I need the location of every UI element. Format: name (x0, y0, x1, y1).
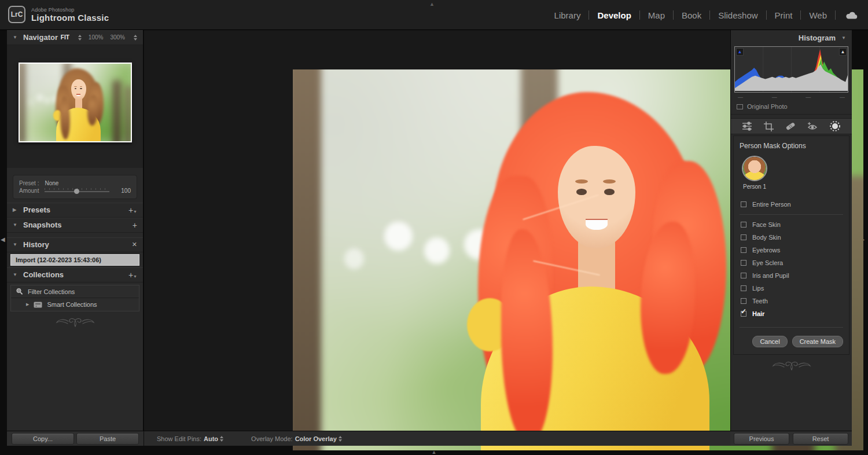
module-picker: Library Develop Map Book Slideshow Print… (546, 0, 836, 30)
paste-button[interactable]: Paste (76, 433, 139, 445)
lrc-logo: LrC (8, 6, 25, 23)
option-teeth[interactable]: ✓ Teeth (740, 295, 843, 307)
histogram-header[interactable]: Histogram ▼ (731, 30, 852, 45)
disclosure-down-icon[interactable]: ▼ (13, 35, 19, 40)
add-snapshot-button[interactable]: + (133, 221, 137, 230)
checkbox[interactable]: ✓ (741, 273, 746, 278)
reset-button[interactable]: Reset (793, 433, 848, 445)
navigator-title: Navigator (23, 33, 58, 42)
module-library[interactable]: Library (546, 8, 589, 23)
spinner-icon[interactable] (339, 436, 342, 442)
person-avatar[interactable] (742, 156, 767, 181)
option-hair[interactable]: ✓ Hair (740, 307, 843, 320)
cancel-button[interactable]: Cancel (752, 336, 787, 347)
option-entire-person[interactable]: ✓ Entire Person (740, 198, 843, 211)
histogram-ticks: ———— (731, 93, 852, 100)
collapse-left-panel-arrow[interactable]: ◀ (1, 236, 5, 243)
presets-header[interactable]: ▶ Presets +▼ (7, 203, 143, 218)
history-title: History (23, 240, 49, 249)
person-mask-options-panel: Person Mask Options Person 1 ✓ Entire Pe… (733, 135, 849, 355)
disclosure-down-icon[interactable]: ▼ (841, 35, 846, 41)
crop-tool-icon[interactable] (764, 122, 774, 131)
basic-adjustments-tool-icon[interactable] (742, 122, 752, 131)
preset-amount-box: Preset : None Amount 100 (13, 175, 137, 199)
mask-option-list: ✓ Entire Person ✓ Face Skin ✓ Body Skin … (740, 198, 843, 320)
histogram-plot[interactable]: ▲ ▲ (734, 46, 848, 93)
top-bar: ▲ LrC Adobe Photoshop Lightroom Classic … (0, 0, 868, 30)
preset-label: Preset : (19, 180, 39, 186)
checkbox[interactable]: ✓ (741, 260, 746, 266)
original-photo-checkbox[interactable] (737, 104, 743, 109)
checkbox[interactable]: ✓ (741, 311, 746, 317)
panel-end-flourish (767, 361, 816, 371)
clear-history-button[interactable]: ✕ (132, 241, 137, 248)
show-edit-pins-select[interactable]: Auto (204, 435, 218, 442)
person-thumbnail[interactable]: Person 1 (742, 156, 767, 190)
navigator-zoom-300[interactable]: 300% (110, 34, 125, 41)
checkbox[interactable]: ✓ (741, 222, 746, 228)
amount-slider-knob[interactable] (74, 189, 79, 194)
option-lips[interactable]: ✓ Lips (740, 282, 843, 295)
histogram-graph (735, 47, 848, 92)
option-face-skin[interactable]: ✓ Face Skin (740, 218, 843, 231)
history-item-selected[interactable]: Import (12-02-2023 15:43:06) (10, 254, 139, 266)
checkbox[interactable]: ✓ (741, 247, 746, 253)
smart-collections-row[interactable]: ▶ Smart Collections (11, 298, 139, 311)
checkbox[interactable]: ✓ (741, 285, 746, 291)
search-icon (16, 288, 23, 295)
add-collection-button[interactable]: +▼ (128, 270, 137, 280)
snapshots-header[interactable]: ▼ Snapshots + (7, 218, 143, 233)
highlight-clipping-indicator[interactable]: ▲ (839, 48, 847, 56)
red-eye-tool-icon[interactable] (807, 122, 818, 131)
panel-end-flourish (51, 317, 100, 328)
shadow-clipping-indicator[interactable]: ▲ (736, 48, 744, 56)
navigator-thumbnail[interactable] (19, 63, 132, 142)
spinner-icon[interactable] (134, 35, 137, 41)
navigator-zoom-100[interactable]: 100% (89, 34, 104, 41)
module-slideshow[interactable]: Slideshow (710, 8, 766, 23)
amount-slider[interactable] (45, 188, 109, 194)
show-edit-pins-label: Show Edit Pins: (157, 435, 201, 442)
masking-tool-icon[interactable] (829, 120, 841, 132)
option-body-skin[interactable]: ✓ Body Skin (740, 231, 843, 244)
option-eye-sclera[interactable]: ✓ Eye Sclera (740, 256, 843, 269)
healing-tool-icon[interactable] (785, 122, 796, 131)
checkbox[interactable]: ✓ (741, 298, 746, 304)
smart-collections-label: Smart Collections (47, 301, 97, 308)
add-preset-button[interactable]: +▼ (128, 206, 137, 215)
option-iris-and-pupil[interactable]: ✓ Iris and Pupil (740, 269, 843, 282)
module-book[interactable]: Book (674, 8, 709, 23)
create-mask-button[interactable]: Create Mask (792, 336, 843, 347)
preset-value[interactable]: None (45, 180, 58, 186)
previous-button[interactable]: Previous (734, 433, 789, 445)
overlay-mode-select[interactable]: Color Overlay (295, 435, 337, 442)
disclosure-down-icon[interactable]: ▼ (13, 272, 19, 277)
original-photo-label: Original Photo (747, 103, 788, 110)
left-rail: ◀ (0, 30, 7, 446)
module-web[interactable]: Web (801, 8, 835, 23)
navigator-header[interactable]: ▼ Navigator FIT 100% 300% (7, 30, 143, 45)
disclosure-right-icon[interactable]: ▶ (26, 302, 29, 307)
module-print[interactable]: Print (767, 8, 801, 23)
histogram-title: Histogram (799, 34, 836, 42)
original-photo-row[interactable]: Original Photo (731, 100, 852, 115)
snapshots-title: Snapshots (23, 221, 61, 229)
module-separator (835, 10, 836, 20)
option-eyebrows[interactable]: ✓ Eyebrows (740, 244, 843, 256)
disclosure-down-icon[interactable]: ▼ (13, 242, 19, 247)
navigator-fit-select[interactable]: FIT (61, 34, 69, 41)
filter-collections-field[interactable]: Filter Collections (11, 285, 139, 298)
spinner-icon[interactable] (78, 35, 82, 41)
checkbox[interactable]: ✓ (741, 201, 746, 207)
disclosure-down-icon[interactable]: ▼ (13, 222, 19, 228)
copy-button[interactable]: Copy... (12, 433, 74, 445)
module-develop[interactable]: Develop (589, 8, 639, 23)
collections-header[interactable]: ▼ Collections +▼ (7, 267, 143, 282)
cloud-sync-icon[interactable] (845, 10, 859, 20)
checkbox[interactable]: ✓ (741, 234, 746, 240)
disclosure-right-icon[interactable]: ▶ (13, 207, 19, 212)
top-panel-reveal-caret[interactable]: ▲ (429, 1, 435, 7)
spinner-icon[interactable] (220, 436, 223, 442)
module-map[interactable]: Map (640, 8, 673, 23)
history-header[interactable]: ▼ History ✕ (7, 237, 143, 252)
